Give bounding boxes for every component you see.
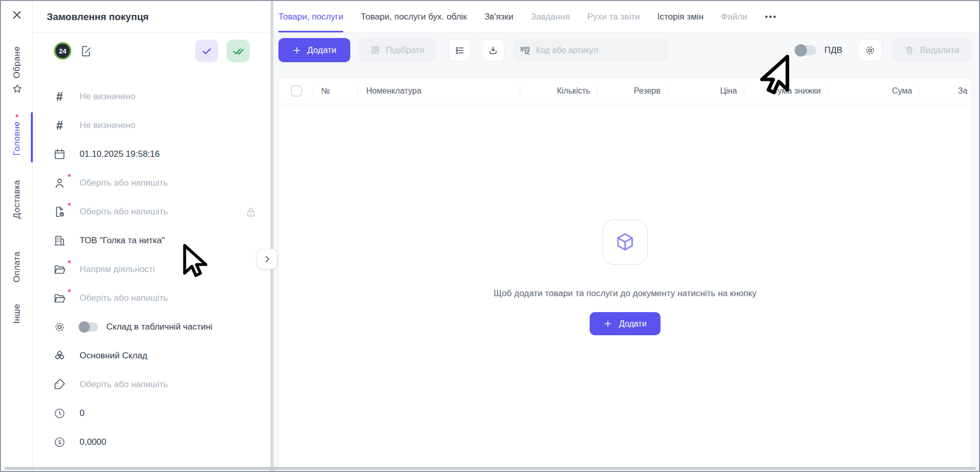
panel-divider [270, 1, 274, 471]
list-settings-icon [455, 45, 465, 56]
collapse-panel-button[interactable] [257, 249, 277, 269]
approve-button[interactable] [195, 40, 218, 62]
field-tags-value: Оберіть або напишіть [80, 379, 168, 390]
column-header-price[interactable]: Ціна [668, 78, 744, 104]
field-duration[interactable]: 0 [33, 399, 270, 428]
hash-icon: # [53, 119, 66, 132]
gear-icon [864, 45, 876, 56]
rail-tab-payment[interactable]: Оплата [1, 251, 33, 282]
document-form-panel: Замовлення покупця 24 # Не визначено # Н… [33, 1, 270, 471]
items-table-card: № Номенклатура Кількість Резерв Ціна Сум… [278, 77, 972, 468]
svg-text:$: $ [58, 439, 61, 445]
field-organization[interactable]: ТОВ "Голка та нитка" [33, 226, 270, 255]
check-icon [201, 45, 213, 57]
required-asterisk: * [15, 115, 18, 121]
table-settings-button[interactable] [858, 39, 882, 62]
approve-all-button[interactable] [227, 40, 250, 62]
column-header-number[interactable]: № [313, 78, 358, 104]
tab-goods-services-accounting[interactable]: Товари, послуги бух. облік [361, 1, 467, 32]
field-duration-value: 0 [80, 408, 84, 419]
tab-tasks[interactable]: Завдання [531, 1, 570, 32]
empty-state-add-button[interactable]: Додати [590, 312, 661, 335]
folder-icon [53, 263, 66, 276]
plus-icon [604, 319, 612, 328]
horizontal-scrollbar[interactable] [4, 467, 976, 470]
delete-button[interactable]: Видалити [892, 38, 972, 62]
code-search-box [513, 39, 668, 62]
rail-tab-main[interactable]: * Головне [1, 115, 33, 156]
tab-more-menu[interactable]: ••• [765, 1, 777, 32]
document-number-badge: 24 [54, 42, 71, 60]
required-asterisk [68, 202, 71, 211]
plus-icon [292, 46, 301, 55]
tab-files[interactable]: Файли [721, 1, 747, 32]
clock-icon [53, 407, 66, 420]
field-warehouse[interactable]: Основний Склад [33, 341, 270, 370]
double-check-icon [232, 45, 244, 57]
column-header-sum[interactable]: Сума [828, 78, 919, 104]
delete-button-label: Видалити [920, 45, 959, 56]
field-amount-value: 0,0000 [80, 437, 106, 447]
field-number-1-value: Не визначено [80, 92, 135, 102]
field-number-2[interactable]: # Не визначено [33, 111, 270, 140]
select-all-checkbox[interactable] [291, 85, 302, 97]
field-department-value: Оберіть або напишіть [80, 293, 168, 303]
edit-document-icon[interactable] [80, 45, 92, 58]
folder-icon [53, 292, 66, 305]
code-search-input[interactable] [536, 46, 662, 55]
money-icon: $ [53, 435, 66, 449]
rail-tab-delivery[interactable]: Доставка [1, 180, 33, 219]
vat-toggle[interactable] [796, 45, 816, 56]
field-activity-direction[interactable]: Напрям діяльності [33, 255, 270, 284]
field-warehouse-in-table-label: Склад в табличній частині [106, 322, 213, 332]
pick-items-button[interactable]: Підібрати [359, 38, 436, 62]
add-item-button[interactable]: Додати [278, 38, 350, 62]
import-button[interactable] [482, 39, 504, 62]
rail-tab-delivery-label: Доставка [12, 180, 22, 219]
document-fields: # Не визначено # Не визначено 01.10.2025… [33, 82, 270, 457]
tab-change-history[interactable]: Історія змін [657, 1, 704, 32]
rail-tab-other-label: Інше [12, 304, 22, 323]
vat-toggle-label: ПДВ [824, 45, 842, 56]
person-icon [53, 176, 66, 190]
field-tags[interactable]: Оберіть або напишіть [33, 370, 270, 399]
empty-state-add-button-label: Додати [619, 319, 647, 329]
column-header-nomenclature[interactable]: Номенклатура [358, 78, 520, 104]
active-rail-indicator [31, 112, 33, 162]
field-date[interactable]: 01.10.2025 19:58:16 [33, 140, 270, 169]
field-client[interactable]: Оберіть або напишіть [33, 169, 270, 197]
tab-movements-reports[interactable]: Рухи та звіти [587, 1, 639, 32]
tab-goods-services[interactable]: Товари, послуги [278, 1, 343, 32]
rail-tab-favorites[interactable]: Обране [1, 46, 33, 94]
tab-bar: Товари, послуги Товари, послуги бух. обл… [274, 1, 979, 33]
main-content: Товари, послуги Товари, послуги бух. обл… [274, 1, 979, 471]
field-warehouse-in-table[interactable]: Склад в табличній частині [33, 313, 270, 341]
field-contract[interactable]: Оберіть або напишіть [33, 197, 270, 226]
column-header-truncated[interactable]: За [919, 78, 971, 104]
download-icon [488, 45, 498, 56]
table-header-row: № Номенклатура Кількість Резерв Ціна Сум… [279, 78, 971, 104]
required-asterisk [68, 173, 71, 182]
rail-tab-main-label: Головне [12, 121, 22, 156]
column-header-reserve[interactable]: Резерв [597, 78, 668, 104]
empty-state-message: Щоб додати товари та послуги до документ… [279, 288, 971, 299]
rail-tab-payment-label: Оплата [12, 251, 22, 282]
gear-icon [53, 320, 66, 334]
warehouse-in-table-toggle[interactable] [80, 322, 98, 332]
side-rail: Обране * Головне Доставка Оплата Інше [1, 1, 33, 471]
column-header-discount-sum[interactable]: Сума знижки [744, 78, 828, 104]
star-icon [12, 83, 23, 94]
trash-icon [904, 45, 914, 55]
field-activity-direction-value: Напрям діяльності [80, 264, 155, 275]
field-number-1[interactable]: # Не визначено [33, 82, 270, 111]
close-icon[interactable] [10, 8, 24, 22]
field-client-value: Оберіть або напишіть [80, 178, 168, 188]
column-header-quantity[interactable]: Кількість [520, 78, 597, 104]
lock-icon [245, 206, 257, 218]
rail-tab-other[interactable]: Інше [1, 304, 33, 323]
column-settings-button[interactable] [448, 39, 471, 62]
field-department[interactable]: Оберіть або напишіть [33, 284, 270, 313]
document-actions-row: 24 [33, 33, 270, 62]
field-amount[interactable]: $ 0,0000 [33, 428, 270, 457]
tab-relations[interactable]: Зв'язки [484, 1, 513, 32]
